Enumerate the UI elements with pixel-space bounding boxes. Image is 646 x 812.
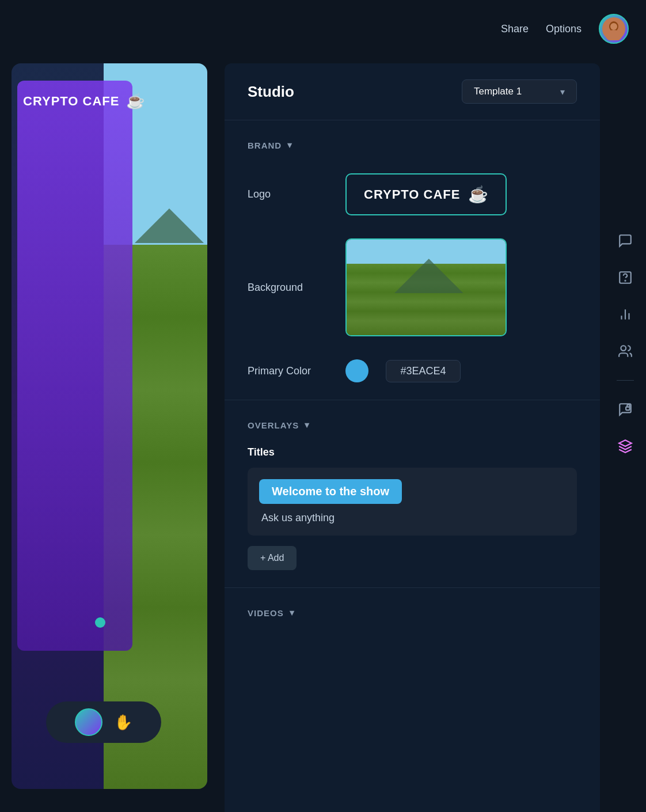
purple-overlay-card xyxy=(17,81,132,651)
share-button[interactable]: Share xyxy=(501,23,529,35)
header-actions: Share Options xyxy=(501,14,629,44)
avatar-image xyxy=(602,17,625,40)
videos-section: VIDEOS ▾ xyxy=(225,588,600,635)
hand-icon: ✋ xyxy=(114,714,132,731)
sidebar-divider xyxy=(617,380,634,381)
brand-chevron-icon: ▾ xyxy=(287,140,292,150)
background-image-box[interactable] xyxy=(345,238,507,336)
options-button[interactable]: Options xyxy=(546,23,582,35)
logo-box[interactable]: CRYPTO CAFE ☕ xyxy=(345,173,507,215)
cup-icon-preview: ☕ xyxy=(126,92,145,110)
logo-label: Logo xyxy=(248,188,328,200)
svg-marker-11 xyxy=(619,440,632,446)
user-avatar[interactable] xyxy=(599,14,629,44)
svg-point-9 xyxy=(621,346,626,351)
svg-rect-10 xyxy=(626,407,630,410)
brand-section-header[interactable]: BRAND ▾ xyxy=(225,126,600,162)
template-dropdown-label: Template 1 xyxy=(474,86,522,97)
question-icon[interactable] xyxy=(615,267,636,288)
videos-chevron-icon: ▾ xyxy=(290,608,295,618)
header: Share Options xyxy=(0,0,646,58)
template-dropdown[interactable]: Template 1 ▾ xyxy=(462,79,577,104)
primary-color-label: Primary Color xyxy=(248,365,328,377)
background-nature-image xyxy=(347,240,506,335)
layers-icon[interactable] xyxy=(615,436,636,457)
background-field-row: Background xyxy=(225,227,600,348)
color-swatch[interactable] xyxy=(345,359,368,382)
studio-panel: Studio Template 1 ▾ BRAND ▾ Logo CRYPTO … xyxy=(225,63,600,812)
logo-field-row: Logo CRYPTO CAFE ☕ xyxy=(225,162,600,227)
svg-point-5 xyxy=(625,280,625,281)
subtitle-text[interactable]: Ask us anything xyxy=(259,512,565,524)
online-indicator xyxy=(95,617,105,628)
studio-header: Studio Template 1 ▾ xyxy=(225,63,600,120)
chart-icon[interactable] xyxy=(615,304,636,325)
logo-text: CRYPTO CAFE xyxy=(364,187,460,202)
background-label: Background xyxy=(248,282,328,294)
studio-title: Studio xyxy=(248,83,294,101)
brand-section: BRAND ▾ Logo CRYPTO CAFE ☕ Background Pr… xyxy=(225,120,600,400)
brand-label: BRAND xyxy=(248,141,282,150)
people-icon[interactable] xyxy=(615,341,636,362)
cup-icon: ☕ xyxy=(468,185,488,204)
dropdown-arrow-icon: ▾ xyxy=(560,86,565,97)
videos-section-header[interactable]: VIDEOS ▾ xyxy=(225,594,600,629)
title-chip[interactable]: Welcome to the show xyxy=(259,479,402,504)
toolbar-avatar xyxy=(75,708,102,736)
videos-label: VIDEOS xyxy=(248,608,284,618)
primary-color-row: Primary Color #3EACE4 xyxy=(225,348,600,394)
chat-icon[interactable] xyxy=(615,230,636,251)
overlays-section-header[interactable]: OVERLAYS ▾ xyxy=(225,406,600,442)
svg-point-3 xyxy=(610,23,617,30)
add-title-button[interactable]: + Add xyxy=(248,546,297,570)
preview-logo: CRYPTO CAFE ☕ xyxy=(23,92,145,110)
chat-lock-icon[interactable] xyxy=(615,399,636,420)
overlays-label: OVERLAYS xyxy=(248,420,299,430)
preview-toolbar: ✋ xyxy=(46,701,161,743)
titles-container: Welcome to the show Ask us anything xyxy=(248,468,577,536)
overlays-section: OVERLAYS ▾ Titles Welcome to the show As… xyxy=(225,400,600,587)
sidebar-icons xyxy=(615,230,636,457)
preview-panel: CRYPTO CAFE ☕ ✋ xyxy=(12,63,207,789)
titles-label: Titles xyxy=(225,442,600,468)
overlays-chevron-icon: ▾ xyxy=(305,420,310,430)
color-hex-value[interactable]: #3EACE4 xyxy=(386,360,461,382)
